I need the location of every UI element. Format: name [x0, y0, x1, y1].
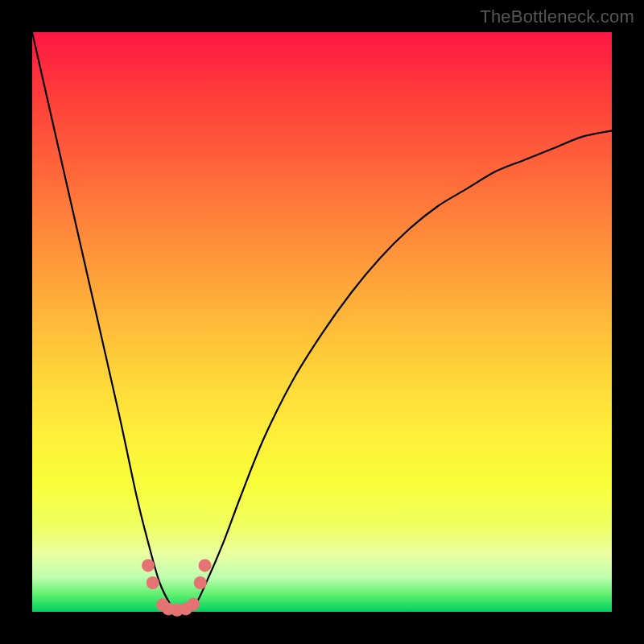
marker-point	[187, 598, 200, 611]
highlighted-points	[142, 559, 212, 616]
marker-point	[142, 559, 155, 572]
marker-point	[147, 576, 159, 589]
attribution-text: TheBottleneck.com	[480, 6, 634, 27]
curve-svg	[32, 32, 612, 612]
marker-point	[199, 559, 212, 572]
chart-frame: TheBottleneck.com	[0, 0, 644, 644]
plot-area	[32, 32, 612, 612]
marker-point	[194, 576, 207, 589]
bottleneck-curve	[32, 32, 612, 613]
